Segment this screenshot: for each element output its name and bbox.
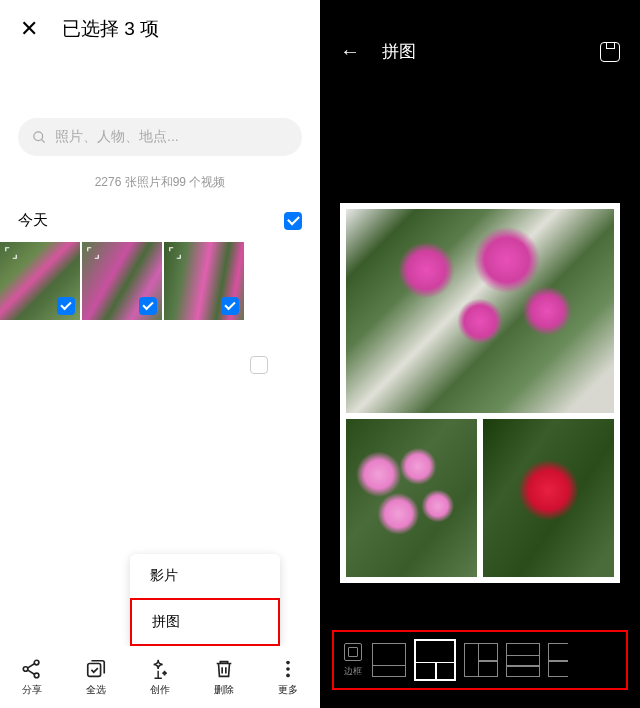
layout-option-2-selected[interactable] [414,639,456,681]
layout-option-3[interactable] [464,643,498,677]
create-icon [149,658,171,680]
collage-cell-bottom-right[interactable] [483,419,614,576]
thumb-checkbox[interactable] [57,297,75,315]
layout-toolbar: 边框 [332,630,628,690]
back-arrow-icon[interactable]: ← [340,40,360,63]
close-icon[interactable]: ✕ [20,16,38,42]
more-icon [277,658,299,680]
expand-icon [4,246,18,260]
collage-cell-bottom-left[interactable] [346,419,477,576]
thumb-checkbox[interactable] [139,297,157,315]
svg-point-0 [34,131,43,140]
collage-cell-top[interactable] [346,209,614,414]
search-icon [32,130,47,145]
svg-line-1 [41,139,44,142]
svg-line-5 [27,663,34,668]
share-icon [21,658,43,680]
select-all-button[interactable]: 全选 [85,658,107,697]
svg-point-8 [286,660,290,664]
collage-preview[interactable] [320,77,640,708]
search-input[interactable]: 照片、人物、地点... [18,118,302,156]
share-button[interactable]: 分享 [21,658,43,697]
create-menu-popup: 影片 拼图 [130,554,280,646]
svg-point-10 [286,673,290,677]
more-button[interactable]: 更多 [277,658,299,697]
menu-item-collage[interactable]: 拼图 [130,598,280,646]
photo-thumb[interactable] [0,242,80,320]
section-header-today: 今天 [18,211,48,230]
photo-stats: 2276 张照片和99 个视频 [0,174,320,191]
bottom-toolbar: 分享 全选 创作 删除 更多 [0,646,320,708]
collage-title: 拼图 [382,40,416,63]
thumbnail-row [0,236,320,326]
svg-line-6 [27,669,34,674]
layout-option-5[interactable] [548,643,568,677]
svg-rect-7 [88,663,101,676]
expand-icon [168,246,182,260]
expand-icon [86,246,100,260]
create-button[interactable]: 创作 [149,658,171,697]
trash-icon [213,658,235,680]
select-all-icon [85,658,107,680]
menu-item-movie[interactable]: 影片 [130,554,280,598]
search-placeholder: 照片、人物、地点... [55,128,179,146]
header-title: 已选择 3 项 [62,16,159,42]
photo-thumb[interactable] [164,242,244,320]
section-checkbox[interactable] [284,212,302,230]
photo-thumb[interactable] [82,242,162,320]
frame-icon [344,643,362,661]
thumb-checkbox[interactable] [221,297,239,315]
svg-point-9 [286,667,290,671]
layout-option-1[interactable] [372,643,406,677]
row-checkbox-empty[interactable] [250,356,268,374]
frame-button[interactable]: 边框 [344,643,362,678]
delete-button[interactable]: 删除 [213,658,235,697]
save-icon[interactable] [600,42,620,62]
layout-option-4[interactable] [506,643,540,677]
